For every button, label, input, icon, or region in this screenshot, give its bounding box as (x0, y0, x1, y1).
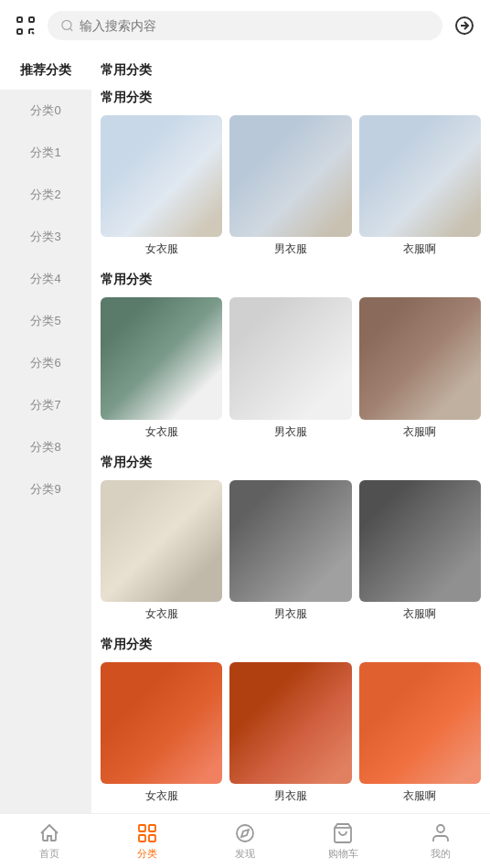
product-grid-2: 女衣服 男衣服 衣服啊 (101, 297, 481, 439)
sidebar-item-5[interactable]: 分类5 (0, 300, 91, 342)
product-label: 衣服啊 (403, 241, 436, 257)
svg-rect-11 (149, 825, 155, 831)
svg-rect-12 (139, 835, 145, 841)
sidebar-item-9[interactable]: 分类9 (0, 468, 91, 510)
product-label: 男衣服 (274, 241, 307, 257)
product-image (101, 297, 222, 419)
sidebar-item-4[interactable]: 分类4 (0, 258, 91, 300)
category-section-2: 常用分类 女衣服 男衣服 衣服啊 (101, 272, 481, 439)
svg-rect-13 (149, 835, 155, 841)
header (0, 0, 490, 51)
product-item[interactable]: 男衣服 (229, 662, 351, 804)
product-image (229, 480, 351, 602)
section-2-title: 常用分类 (101, 272, 481, 288)
svg-point-17 (437, 825, 444, 832)
search-icon (60, 18, 74, 33)
product-item[interactable]: 女衣服 (101, 662, 222, 804)
section-1-title: 常用分类 (101, 90, 481, 106)
nav-item-category[interactable]: 分类 (98, 814, 196, 868)
product-item[interactable]: 女衣服 (101, 480, 222, 622)
nav-label-home: 首页 (39, 847, 59, 861)
person-icon (430, 822, 452, 844)
product-label: 女衣服 (145, 788, 178, 804)
sidebar: 推荐分类 分类0 分类1 分类2 分类3 分类4 分类5 分类6 分类7 分类8… (0, 51, 91, 813)
product-label: 女衣服 (145, 424, 178, 440)
product-image (359, 297, 481, 419)
product-label: 男衣服 (274, 788, 307, 804)
product-item[interactable]: 衣服啊 (359, 662, 481, 804)
nav-label-mine: 我的 (431, 847, 451, 861)
scan-icon[interactable] (11, 11, 40, 40)
svg-rect-1 (29, 17, 34, 22)
svg-marker-15 (241, 830, 249, 837)
product-image (359, 662, 481, 784)
svg-line-7 (70, 28, 73, 31)
nav-item-cart[interactable]: 购物车 (294, 814, 392, 868)
svg-rect-2 (17, 29, 22, 34)
product-item[interactable]: 男衣服 (229, 115, 351, 257)
category-section-1: 常用分类 女衣服 男衣服 衣服啊 (101, 90, 481, 257)
sidebar-item-1[interactable]: 分类1 (0, 132, 91, 174)
sidebar-item-6[interactable]: 分类6 (0, 342, 91, 384)
product-grid-3: 女衣服 男衣服 衣服啊 (101, 480, 481, 622)
nav-label-discover: 发现 (235, 847, 255, 861)
section-4-title: 常用分类 (101, 637, 481, 653)
product-image (101, 480, 222, 602)
product-item[interactable]: 衣服啊 (359, 480, 481, 622)
product-grid-1: 女衣服 男衣服 衣服啊 (101, 115, 481, 257)
bottom-nav: 首页 分类 发现 购物车 我的 (0, 813, 490, 868)
product-image (359, 480, 481, 602)
product-item[interactable]: 女衣服 (101, 297, 222, 439)
product-label: 衣服啊 (403, 788, 436, 804)
product-item[interactable]: 男衣服 (229, 480, 351, 622)
sidebar-item-8[interactable]: 分类8 (0, 426, 91, 468)
nav-item-mine[interactable]: 我的 (392, 814, 490, 868)
product-label: 衣服啊 (403, 606, 436, 622)
product-grid-4: 女衣服 男衣服 衣服啊 (101, 662, 481, 804)
product-image (101, 115, 222, 237)
product-label: 女衣服 (145, 241, 178, 257)
sidebar-item-0[interactable]: 分类0 (0, 90, 91, 132)
grid-icon (136, 822, 158, 844)
product-item[interactable]: 衣服啊 (359, 115, 481, 257)
product-label: 男衣服 (274, 606, 307, 622)
product-image (229, 662, 351, 784)
nav-item-discover[interactable]: 发现 (196, 814, 293, 868)
main-layout: 推荐分类 分类0 分类1 分类2 分类3 分类4 分类5 分类6 分类7 分类8… (0, 51, 490, 813)
content-area: 常用分类 常用分类 女衣服 男衣服 衣服啊 常用分类 (91, 51, 490, 813)
svg-rect-0 (17, 17, 22, 22)
product-item[interactable]: 衣服啊 (359, 297, 481, 439)
search-input[interactable] (80, 18, 430, 33)
svg-point-6 (62, 20, 71, 29)
product-item[interactable]: 女衣服 (101, 115, 222, 257)
compass-icon (234, 822, 256, 844)
nav-label-category: 分类 (137, 847, 157, 861)
product-image (229, 297, 351, 419)
search-bar[interactable] (48, 11, 442, 40)
svg-point-14 (237, 825, 253, 841)
product-label: 衣服啊 (403, 424, 436, 440)
home-icon (38, 822, 60, 844)
svg-rect-10 (139, 825, 145, 831)
product-image (359, 115, 481, 237)
content-header-label: 常用分类 (101, 62, 481, 79)
cart-icon (332, 822, 354, 844)
nav-item-home[interactable]: 首页 (0, 814, 98, 868)
sidebar-header: 推荐分类 (0, 51, 91, 90)
sidebar-item-2[interactable]: 分类2 (0, 174, 91, 216)
nav-label-cart: 购物车 (328, 847, 358, 861)
product-label: 女衣服 (145, 606, 178, 622)
category-section-4: 常用分类 女衣服 男衣服 衣服啊 (101, 637, 481, 804)
sidebar-item-3[interactable]: 分类3 (0, 216, 91, 258)
section-3-title: 常用分类 (101, 455, 481, 471)
product-image (101, 662, 222, 784)
product-label: 男衣服 (274, 424, 307, 440)
product-item[interactable]: 男衣服 (229, 297, 351, 439)
category-section-3: 常用分类 女衣服 男衣服 衣服啊 (101, 455, 481, 622)
product-image (229, 115, 351, 237)
menu-icon[interactable] (450, 11, 479, 40)
svg-line-5 (32, 32, 34, 34)
sidebar-item-7[interactable]: 分类7 (0, 384, 91, 426)
